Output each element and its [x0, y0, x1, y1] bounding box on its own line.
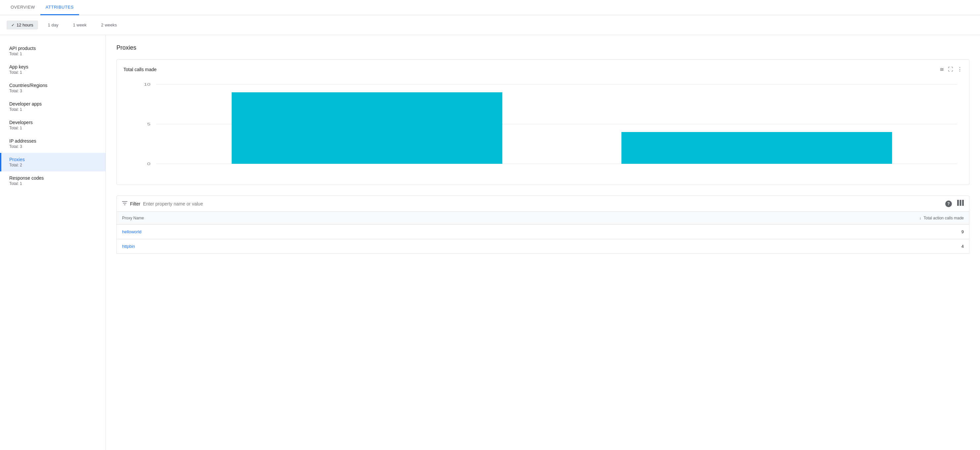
section-title: Proxies — [116, 45, 969, 51]
filter-label: Filter — [130, 201, 140, 207]
bar-chart: 10 5 0 helloworld httpbin — [123, 78, 963, 178]
sidebar-item-proxies[interactable]: Proxies Total: 2 — [0, 153, 105, 172]
more-options-icon[interactable]: ⋮ — [957, 66, 963, 72]
sidebar-item-developers[interactable]: Developers Total: 1 — [0, 116, 105, 134]
svg-rect-13 — [962, 200, 964, 206]
filter-icon — [122, 201, 127, 207]
proxy-link-httpbin[interactable]: httpbin — [122, 244, 135, 249]
chart-title: Total calls made — [123, 67, 156, 72]
chart-card: Total calls made ≅ ⛶ ⋮ 10 5 0 — [116, 59, 969, 185]
svg-text:httpbin: httpbin — [748, 167, 765, 167]
svg-rect-11 — [957, 200, 959, 206]
col-total-calls[interactable]: ↓ Total action calls made — [433, 212, 969, 225]
col-proxy-name: Proxy Name — [117, 212, 433, 225]
sidebar-item-app-keys[interactable]: App keys Total: 1 — [0, 60, 105, 79]
time-filter-12h[interactable]: ✓ 12 hours — [6, 21, 38, 29]
bar-helloworld — [232, 92, 502, 164]
chart-svg: 10 5 0 helloworld httpbin — [123, 81, 963, 167]
time-filter-2w[interactable]: 2 weeks — [97, 21, 122, 29]
sidebar-item-api-products[interactable]: API products Total: 1 — [0, 42, 105, 60]
chart-header: Total calls made ≅ ⛶ ⋮ — [123, 66, 963, 72]
svg-rect-12 — [960, 200, 961, 206]
filter-bar: Filter ? — [116, 196, 969, 211]
filter-input[interactable] — [143, 201, 943, 207]
top-tabs: OVERVIEW ATTRIBUTES — [0, 0, 980, 15]
svg-text:helloworld: helloworld — [354, 167, 380, 167]
sidebar-item-response-codes[interactable]: Response codes Total: 1 — [0, 172, 105, 190]
table-body: helloworld 9 httpbin 4 — [117, 225, 969, 254]
help-icon[interactable]: ? — [945, 200, 952, 207]
time-filter-1d[interactable]: 1 day — [43, 21, 63, 29]
chart-actions: ≅ ⛶ ⋮ — [940, 66, 963, 72]
main-layout: API products Total: 1 App keys Total: 1 … — [0, 35, 980, 450]
proxy-name-cell: httpbin — [117, 239, 433, 254]
sidebar: API products Total: 1 App keys Total: 1 … — [0, 35, 106, 450]
sidebar-item-countries-regions[interactable]: Countries/Regions Total: 3 — [0, 79, 105, 97]
table-row: httpbin 4 — [117, 239, 969, 254]
legend-icon[interactable]: ≅ — [940, 66, 944, 72]
table-row: helloworld 9 — [117, 225, 969, 239]
filter-right-icons: ? — [945, 200, 964, 207]
bar-httpbin — [621, 132, 892, 164]
checkmark-icon: ✓ — [11, 23, 14, 27]
tab-overview[interactable]: OVERVIEW — [5, 0, 40, 15]
svg-text:0: 0 — [147, 162, 151, 166]
time-filter-bar: ✓ 12 hours 1 day 1 week 2 weeks — [0, 15, 980, 35]
sidebar-item-ip-addresses[interactable]: IP addresses Total: 3 — [0, 134, 105, 153]
calls-cell-helloworld: 9 — [433, 225, 969, 239]
sidebar-item-developer-apps[interactable]: Developer apps Total: 1 — [0, 97, 105, 116]
expand-icon[interactable]: ⛶ — [948, 67, 953, 72]
data-table: Proxy Name ↓ Total action calls made hel… — [116, 211, 969, 254]
columns-icon[interactable] — [957, 200, 964, 207]
tab-attributes[interactable]: ATTRIBUTES — [40, 0, 79, 15]
svg-text:5: 5 — [147, 122, 151, 126]
content-area: Proxies Total calls made ≅ ⛶ ⋮ — [106, 35, 980, 450]
calls-cell-httpbin: 4 — [433, 239, 969, 254]
svg-text:10: 10 — [144, 83, 151, 86]
proxy-link-helloworld[interactable]: helloworld — [122, 229, 142, 234]
time-filter-1w[interactable]: 1 week — [68, 21, 91, 29]
sort-arrow-icon: ↓ — [919, 216, 921, 220]
table-header: Proxy Name ↓ Total action calls made — [117, 212, 969, 225]
proxy-name-cell: helloworld — [117, 225, 433, 239]
